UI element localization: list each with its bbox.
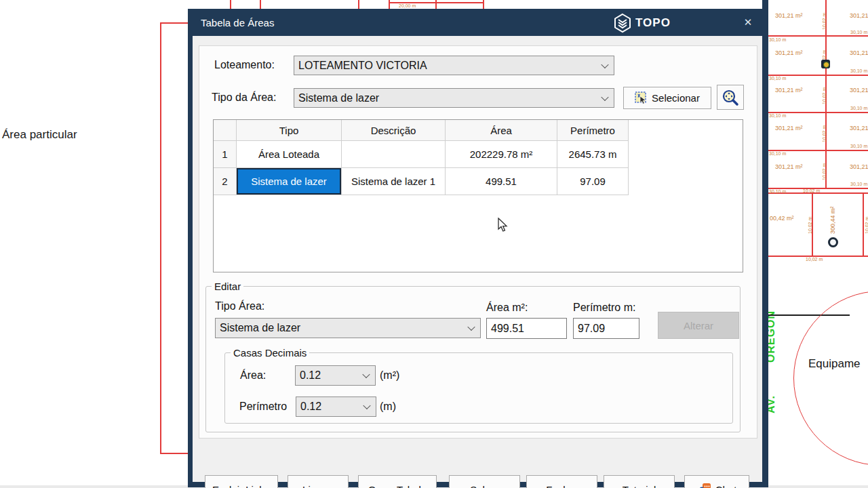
table-cell[interactable]: Sistema de lazer 1 bbox=[342, 168, 446, 195]
loteamento-select[interactable]: LOTEAMENTO VICTORIA bbox=[294, 56, 614, 75]
editar-tipo-area-label: Tipo Área: bbox=[215, 300, 264, 312]
casas-perimetro-value: 0.12 bbox=[300, 401, 321, 413]
cad-lot-label: 301,21 m² bbox=[775, 125, 803, 131]
tipo-area-label: Tipo da Área: bbox=[212, 92, 276, 104]
editar-area-value: 499.51 bbox=[491, 323, 524, 335]
table-cell[interactable]: 499.51 bbox=[446, 168, 557, 195]
table-cell[interactable]: 202229.78 m² bbox=[446, 141, 557, 168]
cad-dim-label: 30,10 m bbox=[769, 113, 786, 118]
table-cell[interactable] bbox=[342, 141, 446, 168]
areas-table[interactable]: Tipo Descrição Área Perímetro 1 Área Lot… bbox=[213, 119, 743, 272]
cad-lot-label: 301,21 m² bbox=[850, 125, 868, 131]
cad-red-line bbox=[160, 22, 161, 453]
topo-logo-icon bbox=[612, 13, 633, 33]
casas-area-select[interactable]: 0.12 bbox=[295, 365, 376, 386]
chevron-down-icon bbox=[601, 60, 608, 68]
cad-red-line bbox=[768, 35, 868, 37]
table-cell[interactable]: 97.09 bbox=[557, 168, 629, 195]
editar-perimetro-input[interactable]: 97.09 bbox=[573, 318, 639, 339]
tipo-area-select[interactable]: Sistema de lazer bbox=[294, 88, 614, 108]
areas-table-grid: Tipo Descrição Área Perímetro 1 Área Lot… bbox=[214, 120, 629, 195]
dialog-title: Tabela de Áreas bbox=[201, 17, 274, 28]
loteamento-selected-value: LOTEAMENTO VICTORIA bbox=[298, 60, 427, 72]
casas-area-label: Área: bbox=[240, 369, 266, 382]
limpar-button[interactable]: Limpar bbox=[288, 475, 349, 488]
cad-lot-label: 00,42 m² bbox=[770, 215, 794, 222]
column-header-area[interactable]: Área bbox=[446, 120, 557, 141]
magnifier-icon bbox=[722, 89, 739, 106]
cad-label-area-particular: Área particular bbox=[2, 128, 77, 142]
column-header-perimetro[interactable]: Perímetro bbox=[557, 120, 629, 141]
casas-perimetro-select[interactable]: 0.12 bbox=[296, 396, 376, 417]
cad-lot-label: 301,21 m² bbox=[850, 12, 868, 19]
casas-area-value: 0.12 bbox=[300, 369, 321, 382]
chat-icon bbox=[697, 483, 711, 488]
cad-dim-label: 30,10 m bbox=[850, 106, 867, 110]
cad-red-line bbox=[230, 0, 231, 9]
cad-dim-label: 10,02 m bbox=[822, 87, 827, 104]
cad-dim-label: 30,10 m bbox=[850, 182, 867, 186]
table-cell[interactable]: Área Loteada bbox=[237, 141, 342, 168]
gerar-tabela-button[interactable]: Gerar Tabela bbox=[358, 475, 437, 488]
editar-tipo-area-select[interactable]: Sistema de lazer bbox=[215, 318, 481, 338]
table-cell[interactable]: 2645.73 m bbox=[557, 141, 629, 168]
cad-dim-label: 30,10 m bbox=[769, 76, 786, 81]
tabela-de-areas-dialog: Tabela de Áreas TOPO ✕ Loteamento: LOTEA… bbox=[188, 9, 768, 487]
mouse-cursor bbox=[498, 218, 509, 235]
cad-red-line bbox=[435, 0, 437, 9]
cad-lot-label: 301,21 m² bbox=[850, 87, 868, 94]
table-corner-cell bbox=[214, 120, 237, 141]
zoom-extents-button[interactable] bbox=[717, 85, 744, 110]
cad-lot-label: 301,21 m² bbox=[775, 49, 803, 56]
alterar-button[interactable]: Alterar bbox=[658, 312, 739, 339]
editar-area-label: Área m²: bbox=[486, 302, 528, 314]
cad-lot-label: 301,21 m² bbox=[850, 163, 868, 170]
close-icon[interactable]: ✕ bbox=[738, 14, 757, 30]
casas-perimetro-label: Perímetro bbox=[239, 401, 287, 413]
casas-decimais-legend: Casas Decimais bbox=[231, 347, 309, 359]
cad-red-line bbox=[260, 0, 261, 9]
cad-red-line bbox=[160, 22, 189, 24]
cad-dim-label: 10,02 m bbox=[822, 125, 827, 142]
casas-perimetro-unit: (m) bbox=[380, 401, 396, 413]
dialog-body: Loteamento: LOTEAMENTO VICTORIA Tipo da … bbox=[193, 36, 762, 482]
chevron-down-icon bbox=[362, 371, 370, 378]
cad-red-line bbox=[358, 0, 359, 9]
cad-red-line bbox=[389, 0, 390, 9]
cad-survey-marker-icon bbox=[821, 60, 830, 68]
tipo-area-selected-value: Sistema de lazer bbox=[298, 92, 379, 104]
cad-dim-label: 10,02 m bbox=[822, 13, 827, 30]
row-header[interactable]: 1 bbox=[214, 141, 237, 168]
editar-perimetro-value: 97.09 bbox=[578, 323, 605, 335]
selecionar-button[interactable]: Selecionar bbox=[623, 87, 711, 109]
salvar-button[interactable]: Salvar bbox=[449, 475, 520, 488]
excluir-linha-button[interactable]: Excluir Linha bbox=[205, 475, 278, 488]
cad-dim-label: 30,10 m bbox=[850, 30, 867, 35]
row-header[interactable]: 2 bbox=[214, 168, 237, 195]
cad-dim-label: 10,02 m bbox=[806, 257, 823, 262]
cad-red-line bbox=[863, 192, 864, 256]
selecionar-button-label: Selecionar bbox=[652, 92, 700, 104]
dialog-titlebar[interactable]: Tabela de Áreas TOPO ✕ bbox=[188, 9, 768, 36]
cad-label-equipamento: Equipame bbox=[808, 357, 861, 371]
cad-equipment-circle bbox=[793, 291, 868, 466]
cad-point-marker-icon bbox=[828, 237, 838, 247]
table-cell-selected[interactable]: Sistema de lazer bbox=[237, 168, 342, 195]
editar-group: Editar Tipo Área: Sistema de lazer Área … bbox=[205, 286, 741, 432]
chat-button[interactable]: Chat bbox=[684, 475, 749, 488]
topo-brand-text: TOPO bbox=[635, 16, 671, 30]
editar-area-input[interactable]: 499.51 bbox=[486, 318, 567, 339]
casas-area-unit: (m²) bbox=[380, 369, 399, 382]
cad-lot-label: 301,21 m² bbox=[775, 12, 803, 19]
chat-button-label: Chat bbox=[715, 484, 737, 488]
cad-lot-label: 300,44 m² bbox=[829, 206, 836, 234]
cad-dim-label: 30,10 m bbox=[769, 151, 786, 156]
cad-dim-label: 30,10 m bbox=[769, 189, 786, 194]
column-header-descricao[interactable]: Descrição bbox=[342, 120, 446, 141]
column-header-tipo[interactable]: Tipo bbox=[237, 120, 342, 141]
casas-decimais-group: Casas Decimais Área: 0.12 (m²) Perímetro… bbox=[224, 352, 733, 424]
fechar-button[interactable]: Fechar bbox=[526, 475, 597, 488]
select-on-screen-icon bbox=[635, 92, 648, 104]
tutorial-button[interactable]: Tutorial bbox=[604, 475, 675, 488]
cad-dim-label: 30,10 m bbox=[850, 144, 867, 148]
